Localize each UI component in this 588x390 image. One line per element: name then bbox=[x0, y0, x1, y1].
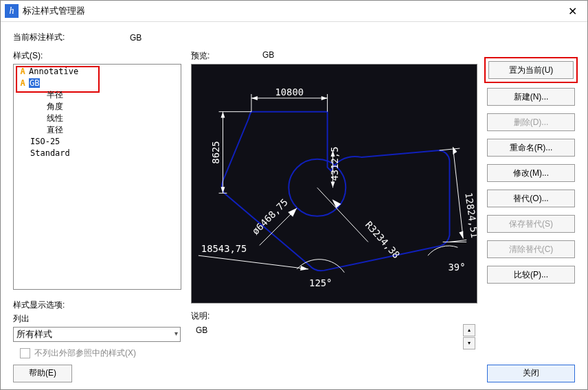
tree-label: GB bbox=[29, 78, 40, 88]
dim-left-text: 8625 bbox=[210, 141, 221, 163]
dim-angle2: 39° bbox=[428, 242, 466, 273]
list-select[interactable] bbox=[13, 327, 181, 342]
svg-marker-20 bbox=[453, 147, 457, 154]
window-title: 标注样式管理器 bbox=[23, 5, 557, 17]
right-button-column: 置为当前(U) 新建(N)... 删除(D)... 重命名(R)... 修改(M… bbox=[487, 50, 575, 359]
preview-label: 预览: bbox=[191, 50, 262, 62]
preview-area: 10800 8625 bbox=[191, 64, 477, 303]
svg-line-22 bbox=[199, 255, 308, 269]
preview-canvas: 10800 8625 bbox=[191, 64, 477, 303]
tree-item-radius[interactable]: 半径 bbox=[14, 89, 181, 101]
exclude-xref-row[interactable]: 不列出外部参照中的样式(X) bbox=[13, 347, 181, 359]
override-button[interactable]: 替代(O)... bbox=[487, 190, 575, 207]
dimension-style-manager-window: h 标注样式管理器 ✕ 当前标注样式: GB 样式(S): AAnnotativ… bbox=[0, 0, 588, 390]
main-area: 样式(S): AAnnotative AGB 半径 角度 线性 直径 ISO-2… bbox=[13, 50, 575, 359]
tree-label: Annotative bbox=[29, 67, 78, 76]
annotative-icon: A bbox=[18, 66, 27, 78]
svg-line-17 bbox=[453, 147, 463, 238]
tree-item-iso25[interactable]: ISO-25 bbox=[14, 136, 181, 148]
svg-marker-3 bbox=[251, 96, 258, 100]
rename-button[interactable]: 重命名(R)... bbox=[487, 139, 575, 157]
tree-item-gb[interactable]: AGB bbox=[14, 78, 181, 89]
preview-label-row: 预览: GB bbox=[191, 50, 477, 62]
dim-angle1: 125° bbox=[297, 260, 344, 288]
modify-button[interactable]: 修改(M)... bbox=[487, 164, 575, 182]
dim-left: 8625 bbox=[210, 112, 251, 194]
dim-right: 12824,51 bbox=[440, 147, 477, 242]
tree-label: ISO-25 bbox=[30, 137, 60, 146]
dim-angle2-text: 39° bbox=[449, 262, 466, 273]
svg-line-18 bbox=[440, 148, 460, 150]
titlebar: h 标注样式管理器 ✕ bbox=[1, 1, 587, 22]
svg-marker-23 bbox=[300, 266, 308, 271]
dim-top: 10800 bbox=[251, 87, 328, 112]
display-options: 样式显示选项: 列出 ▾ 不列出外部参照中的样式(X) bbox=[13, 299, 181, 359]
preview-shape bbox=[222, 112, 450, 271]
description-box: GB ▴ ▾ bbox=[191, 322, 477, 359]
dim-top-text: 10800 bbox=[275, 87, 304, 98]
dim-bottom-left: 18543,75 bbox=[199, 243, 308, 271]
description-section: 说明: GB ▴ ▾ bbox=[191, 310, 477, 359]
spinner-down-button[interactable]: ▾ bbox=[463, 337, 475, 349]
dim-centerv-text: 4312,5 bbox=[329, 147, 340, 181]
help-button[interactable]: 帮助(E) bbox=[13, 365, 72, 382]
exclude-xref-label: 不列出外部参照中的样式(X) bbox=[34, 347, 136, 359]
tree-label: 角度 bbox=[47, 102, 63, 111]
dim-radius-text: R3234,38 bbox=[363, 219, 402, 260]
tree-item-standard[interactable]: Standard bbox=[14, 148, 181, 159]
compare-button[interactable]: 比较(P)... bbox=[487, 266, 575, 284]
tree-item-linear[interactable]: 线性 bbox=[14, 113, 181, 124]
description-value: GB bbox=[196, 325, 207, 335]
dim-diameter-text: ø6468,75 bbox=[250, 196, 290, 236]
tree-label: 半径 bbox=[47, 90, 63, 100]
window-close-button[interactable]: ✕ bbox=[557, 1, 587, 21]
description-label: 说明: bbox=[191, 310, 477, 322]
dim-center-v: 4312,5 bbox=[329, 147, 340, 188]
description-spinner: ▴ ▾ bbox=[463, 324, 475, 349]
dim-bl-text: 18543,75 bbox=[201, 243, 247, 254]
current-style-label: 当前标注样式: bbox=[13, 32, 130, 43]
tree-item-annotative[interactable]: AAnnotative bbox=[14, 66, 181, 78]
current-style-row: 当前标注样式: GB bbox=[13, 32, 575, 43]
preview-svg: 10800 8625 bbox=[192, 65, 477, 303]
current-style-value: GB bbox=[130, 33, 185, 43]
highlight-box-setcurrent: 置为当前(U) bbox=[484, 57, 578, 83]
clear-override-button[interactable]: 清除替代(C) bbox=[487, 240, 575, 258]
svg-marker-21 bbox=[459, 231, 463, 239]
new-button[interactable]: 新建(N)... bbox=[487, 88, 575, 106]
dim-right-text: 12824,51 bbox=[463, 192, 477, 238]
delete-button[interactable]: 删除(D)... bbox=[487, 113, 575, 131]
tree-label: 线性 bbox=[47, 113, 63, 123]
tree-item-diameter[interactable]: 直径 bbox=[14, 124, 181, 136]
svg-marker-12 bbox=[331, 181, 335, 187]
annotative-icon: A bbox=[18, 78, 27, 89]
bottom-button-row: 帮助(E) 关闭 bbox=[13, 365, 575, 382]
exclude-xref-checkbox[interactable] bbox=[20, 348, 30, 358]
styles-tree[interactable]: AAnnotative AGB 半径 角度 线性 直径 ISO-25 Stand… bbox=[13, 64, 181, 290]
middle-column: 预览: GB bbox=[191, 50, 477, 359]
dim-radius: R3234,38 bbox=[317, 187, 402, 260]
svg-marker-4 bbox=[321, 96, 328, 100]
app-icon: h bbox=[5, 4, 19, 18]
list-label: 列出 bbox=[13, 313, 181, 325]
tree-item-angle[interactable]: 角度 bbox=[14, 101, 181, 113]
close-button[interactable]: 关闭 bbox=[487, 365, 575, 382]
styles-label: 样式(S): bbox=[13, 50, 181, 62]
set-current-button[interactable]: 置为当前(U) bbox=[488, 61, 574, 79]
save-override-button[interactable]: 保存替代(S) bbox=[487, 215, 575, 233]
tree-label: Standard bbox=[30, 148, 70, 158]
list-select-wrap: ▾ bbox=[13, 327, 181, 342]
preview-style-name: GB bbox=[262, 50, 274, 62]
dim-diameter: ø6468,75 bbox=[250, 196, 297, 245]
dialog-body: 当前标注样式: GB 样式(S): AAnnotative AGB 半径 角度 … bbox=[1, 22, 587, 390]
svg-marker-8 bbox=[220, 112, 225, 118]
display-options-label: 样式显示选项: bbox=[13, 299, 181, 311]
tree-label: 直径 bbox=[47, 125, 63, 135]
spinner-up-button[interactable]: ▴ bbox=[463, 324, 475, 336]
svg-marker-14 bbox=[332, 199, 341, 208]
dim-angle1-text: 125° bbox=[309, 277, 332, 288]
left-column: 样式(S): AAnnotative AGB 半径 角度 线性 直径 ISO-2… bbox=[13, 50, 181, 359]
